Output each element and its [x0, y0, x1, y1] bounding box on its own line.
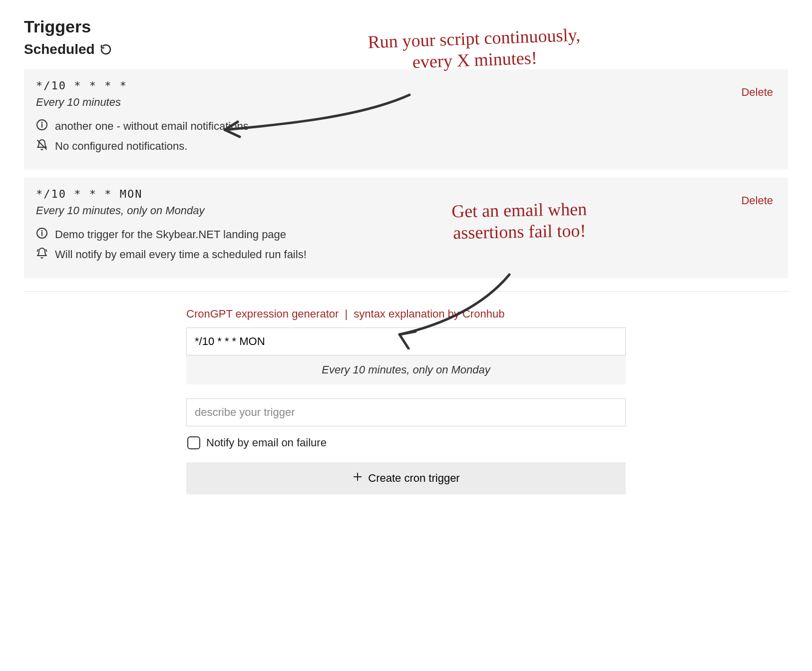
bell-off-icon	[36, 139, 48, 154]
svg-point-2	[42, 122, 42, 123]
info-icon	[36, 227, 48, 242]
create-button-label: Create cron trigger	[368, 472, 459, 485]
describe-input[interactable]	[186, 398, 626, 426]
notify-checkbox-row: Notify by email on failure	[187, 436, 626, 449]
notify-checkbox[interactable]	[187, 436, 200, 449]
trigger-notify-row: No configured notifications.	[36, 139, 776, 154]
reload-icon[interactable]	[100, 43, 112, 55]
trigger-cron-expr: */10 * * * MON	[36, 188, 776, 200]
trigger-info-row: Demo trigger for the Skybear.NET landing…	[36, 227, 776, 242]
link-separator: |	[345, 308, 348, 320]
trigger-cron-expr: */10 * * * *	[36, 79, 776, 92]
crongpt-link[interactable]: CronGPT expression generator	[186, 308, 339, 320]
delete-button[interactable]: Delete	[738, 194, 776, 208]
cron-preview: Every 10 minutes, only on Monday	[186, 355, 626, 384]
trigger-info-text: another one - without email notification…	[55, 120, 249, 133]
section-heading-label: Scheduled	[24, 41, 95, 57]
notify-checkbox-label: Notify by email on failure	[206, 436, 327, 449]
helper-links: CronGPT expression generator | syntax ex…	[186, 308, 626, 321]
cronhub-link[interactable]: syntax explanation by Cronhub	[354, 308, 504, 320]
create-trigger-form: CronGPT expression generator | syntax ex…	[186, 308, 626, 494]
trigger-card: Delete */10 * * * * Every 10 minutes ano…	[24, 69, 788, 170]
trigger-cron-description: Every 10 minutes, only on Monday	[36, 204, 776, 217]
svg-point-6	[42, 231, 42, 231]
trigger-info-row: another one - without email notification…	[36, 119, 776, 134]
trigger-info-text: Demo trigger for the Skybear.NET landing…	[55, 228, 286, 241]
trigger-card: Delete */10 * * * MON Every 10 minutes, …	[24, 178, 788, 278]
divider	[24, 291, 788, 292]
plus-icon	[352, 471, 363, 485]
section-heading-scheduled: Scheduled	[24, 41, 788, 57]
trigger-notify-text: Will notify by email every time a schedu…	[55, 248, 307, 261]
create-cron-trigger-button[interactable]: Create cron trigger	[186, 462, 626, 494]
trigger-cron-description: Every 10 minutes	[36, 96, 776, 109]
info-icon	[36, 119, 48, 134]
page-title: Triggers	[24, 17, 788, 36]
bell-ring-icon	[36, 247, 48, 262]
trigger-notify-text: No configured notifications.	[55, 140, 187, 153]
trigger-notify-row: Will notify by email every time a schedu…	[36, 247, 776, 262]
delete-button[interactable]: Delete	[738, 85, 776, 99]
cron-input[interactable]	[186, 328, 626, 355]
